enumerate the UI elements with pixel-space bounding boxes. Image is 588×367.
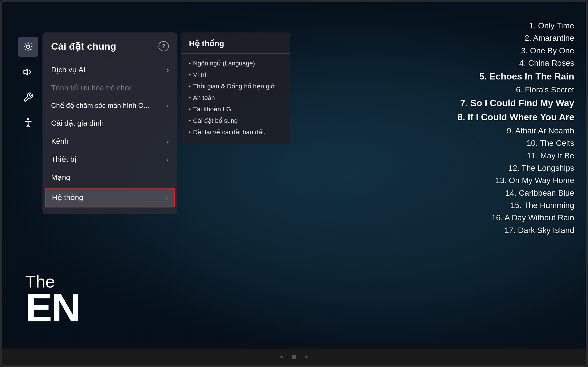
song-9: 9. Athair Ar Neamh (457, 125, 574, 137)
song-6: 6. Flora's Secret (457, 84, 574, 96)
menu-item-ai-label: Dịch vụ AI (51, 65, 86, 74)
menu-item-family-settings[interactable]: Cài đặt gia đình (42, 114, 177, 132)
svg-point-0 (26, 45, 30, 48)
menu-item-ai-service[interactable]: Dịch vụ AI › (42, 61, 177, 79)
control-dot-2 (305, 356, 308, 358)
menu-item-device[interactable]: Thiết bị › (42, 150, 177, 168)
submenu-item-time[interactable]: Thời gian & Đồng hồ hẹn giờ (181, 81, 290, 92)
submenu-item-additional[interactable]: Cài đặt bổ sung (181, 115, 290, 127)
song-3: 3. One By One (457, 44, 574, 57)
submenu-panel: Hệ thống Ngôn ngữ (Language) Vị trí Thời… (181, 32, 290, 144)
sidebar-icon-sound[interactable] (18, 62, 38, 82)
menu-item-network[interactable]: Mạng (42, 168, 177, 187)
sidebar-icon-picture[interactable] (18, 37, 38, 57)
sidebar (18, 37, 38, 133)
menu-item-channel-label: Kênh (51, 137, 69, 146)
album-title: The EN (25, 273, 80, 325)
picture-icon (23, 42, 33, 52)
submenu-item-lg-account[interactable]: Tài khoản LG (181, 104, 290, 115)
song-10: 10. The Celts (457, 137, 574, 149)
control-dot-1 (280, 356, 283, 358)
menu-item-screen-label: Chế độ chăm sóc màn hình O... (51, 102, 149, 110)
wrench-icon (23, 92, 33, 102)
song-7: 7. So I Could Find My Way (457, 96, 574, 110)
song-5: 5. Echoes In The Rain (457, 69, 574, 84)
submenu-title: Hệ thống (181, 39, 290, 54)
song-list: 1. Only Time 2. Amarantine 3. One By One… (457, 20, 574, 236)
chevron-icon-screen: › (167, 102, 169, 110)
accessibility-icon (23, 117, 33, 128)
menu-item-channel[interactable]: Kênh › (42, 132, 177, 150)
chevron-icon-channel: › (167, 137, 169, 145)
song-8: 8. If I Could Where You Are (457, 110, 574, 125)
submenu-item-reset[interactable]: Đặt lại về cài đặt ban đầu (181, 127, 290, 138)
album-main-title: EN (25, 290, 80, 325)
menu-item-network-label: Mạng (51, 173, 70, 182)
menu-item-he-thong[interactable]: Hệ thống › (45, 188, 175, 207)
song-13: 13. On My Way Home (457, 174, 574, 187)
song-16: 16. A Day Without Rain (457, 211, 574, 224)
menu-item-screen-care[interactable]: Chế độ chăm sóc màn hình O... › (42, 97, 177, 114)
tv-controls-bar (2, 349, 586, 365)
song-1: 1. Only Time (457, 20, 574, 32)
submenu-item-safety[interactable]: An toàn (181, 92, 290, 104)
submenu-item-location[interactable]: Vị trí (181, 69, 290, 81)
chevron-icon-ai: › (167, 66, 169, 74)
settings-title: Cài đặt chung (51, 40, 116, 52)
chevron-icon-device: › (167, 156, 169, 164)
song-14: 14. Caribbean Blue (457, 187, 574, 199)
song-15: 15. The Humming (457, 199, 574, 211)
sidebar-icon-settings[interactable] (18, 87, 38, 107)
menu-item-device-label: Thiết bị (51, 155, 76, 164)
help-button[interactable]: ? (158, 41, 169, 51)
menu-item-game-optimizer: Trình tối ưu hóa trò chơi (42, 79, 177, 97)
song-2: 2. Amarantine (457, 32, 574, 44)
song-11: 11. May It Be (457, 149, 574, 162)
tv-screen: 1. Only Time 2. Amarantine 3. One By One… (2, 2, 586, 347)
tv-frame: 1. Only Time 2. Amarantine 3. One By One… (0, 0, 588, 367)
menu-item-he-thong-label: Hệ thống (52, 193, 83, 202)
sidebar-icon-accessibility[interactable] (18, 112, 38, 133)
settings-panel: Cài đặt chung ? Dịch vụ AI › Trình tối ư… (42, 32, 177, 214)
song-4: 4. China Roses (457, 57, 574, 69)
chevron-icon-he-thong: › (166, 194, 168, 202)
sound-icon (23, 67, 33, 77)
menu-item-family-label: Cài đặt gia đình (51, 119, 104, 128)
submenu-item-language[interactable]: Ngôn ngữ (Language) (181, 58, 290, 69)
menu-item-game-label: Trình tối ưu hóa trò chơi (51, 84, 131, 92)
settings-header: Cài đặt chung ? (42, 32, 177, 58)
song-12: 12. The Longships (457, 162, 574, 174)
svg-point-1 (27, 118, 29, 120)
control-power-dot[interactable] (292, 355, 296, 359)
song-17: 17. Dark Sky Island (457, 224, 574, 236)
